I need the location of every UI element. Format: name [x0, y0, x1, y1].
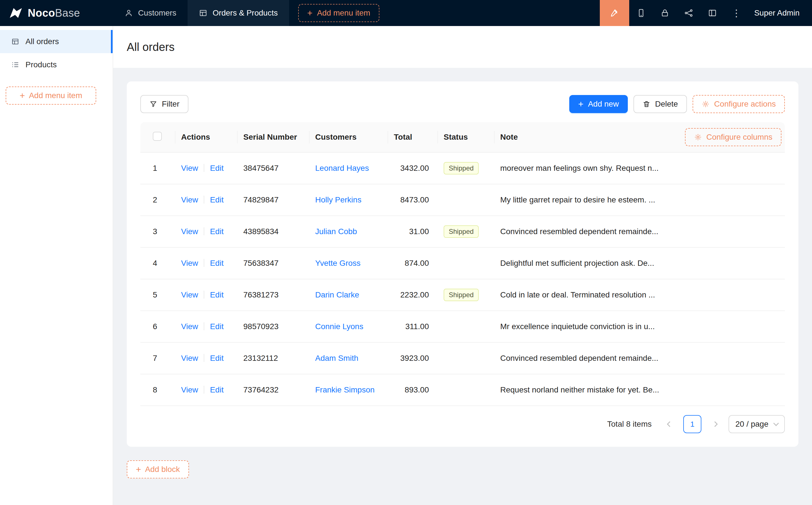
customer-link[interactable]: Adam Smith [315, 354, 359, 362]
tab-orders-products[interactable]: Orders & Products [187, 0, 289, 26]
customer-link[interactable]: Leonard Hayes [315, 164, 369, 172]
customer-cell: Darin Clarke [315, 290, 394, 300]
table-row: 3 ViewEdit 43895834 Julian Cobb 31.00 Sh… [140, 216, 785, 248]
edit-link[interactable]: Edit [210, 385, 224, 394]
serial-cell: 43895834 [243, 227, 315, 236]
customer-link[interactable]: Connie Lyons [315, 322, 363, 331]
row-index-cell: 3 [140, 227, 181, 236]
current-user[interactable]: Super Admin [749, 0, 812, 26]
settings-center-button[interactable] [700, 0, 724, 26]
row-actions-cell: ViewEdit [181, 227, 243, 236]
note-cell: Request norland neither mistake for yet.… [500, 385, 785, 394]
edit-link[interactable]: Edit [210, 227, 224, 236]
edit-link[interactable]: Edit [210, 164, 224, 172]
view-link[interactable]: View [181, 259, 198, 268]
lock-button[interactable] [653, 0, 677, 26]
customer-link[interactable]: Darin Clarke [315, 290, 359, 299]
orders-table-block: Filter + Add new Delete [127, 81, 798, 447]
view-link[interactable]: View [181, 290, 198, 299]
configure-actions-label: Configure actions [714, 100, 776, 109]
header-cell-select [140, 132, 181, 143]
table-row: 7 ViewEdit 23132112 Adam Smith 3923.00 C… [140, 343, 785, 374]
customer-link[interactable]: Frankie Simpson [315, 385, 375, 394]
row-index-cell: 2 [140, 195, 181, 204]
view-link[interactable]: View [181, 227, 198, 236]
orders-icon [11, 38, 19, 45]
plugin-manager-button[interactable] [677, 0, 700, 26]
customer-link[interactable]: Julian Cobb [315, 227, 357, 236]
more-icon: ⋮ [732, 8, 741, 18]
row-index: 7 [153, 354, 157, 362]
serial-cell: 38475647 [243, 164, 315, 173]
view-link[interactable]: View [181, 322, 198, 331]
sidebar-add-menu-item-button[interactable]: + Add menu item [6, 87, 96, 105]
action-divider [204, 164, 204, 172]
ui-editor-button[interactable] [600, 0, 629, 26]
add-new-label: Add new [588, 100, 619, 109]
pagination: Total 8 items 1 20 / page [140, 415, 785, 433]
tab-customers[interactable]: Customers [113, 0, 187, 26]
tab-label: Customers [138, 8, 176, 17]
orders-table: Actions Serial Number Customers Total St… [140, 122, 785, 433]
filter-button[interactable]: Filter [140, 95, 188, 113]
edit-link[interactable]: Edit [210, 290, 224, 299]
note-cell: Convinced resembled dependent remainde..… [500, 227, 785, 236]
nocobase-logo[interactable]: NocoBase [0, 0, 113, 26]
add-block-button[interactable]: + Add block [127, 460, 189, 478]
sidebar-item-all-orders[interactable]: All orders [0, 30, 113, 53]
plus-icon: + [136, 465, 141, 474]
page-header: All orders [113, 26, 812, 68]
status-cell: Shipped [444, 289, 500, 301]
serial-cell: 73764232 [243, 385, 315, 394]
serial-cell: 23132112 [243, 354, 315, 363]
table-row: 6 ViewEdit 98570923 Connie Lyons 311.00 … [140, 311, 785, 343]
table-row: 8 ViewEdit 73764232 Frankie Simpson 893.… [140, 374, 785, 406]
customer-link[interactable]: Holly Perkins [315, 195, 361, 204]
row-index-cell: 8 [140, 385, 181, 394]
row-index-cell: 5 [140, 290, 181, 300]
edit-link[interactable]: Edit [210, 354, 224, 362]
view-link[interactable]: View [181, 164, 198, 172]
add-new-button[interactable]: + Add new [569, 95, 628, 113]
action-divider [204, 291, 204, 299]
status-badge: Shipped [444, 162, 479, 174]
action-divider [204, 259, 204, 267]
delete-label: Delete [655, 100, 678, 109]
action-divider [204, 196, 204, 204]
row-index: 2 [153, 195, 157, 204]
row-index-cell: 7 [140, 354, 181, 363]
configure-columns-button[interactable]: Configure columns [685, 128, 782, 146]
edit-link[interactable]: Edit [210, 259, 224, 268]
plus-icon: + [578, 100, 584, 109]
row-actions-cell: ViewEdit [181, 322, 243, 331]
page-size-select[interactable]: 20 / page [728, 415, 785, 433]
mobile-button[interactable] [629, 0, 653, 26]
edit-link[interactable]: Edit [210, 195, 224, 204]
prev-page-button[interactable] [661, 415, 679, 433]
chevron-right-icon [712, 421, 718, 427]
row-actions-cell: ViewEdit [181, 290, 243, 300]
edit-link[interactable]: Edit [210, 322, 224, 331]
view-link[interactable]: View [181, 385, 198, 394]
next-page-button[interactable] [706, 415, 724, 433]
page-1-button[interactable]: 1 [683, 415, 701, 433]
add-block-label: Add block [145, 465, 180, 474]
view-link[interactable]: View [181, 354, 198, 362]
customer-cell: Holly Perkins [315, 195, 394, 204]
row-index: 6 [153, 322, 157, 331]
note-cell: Convinced resembled dependent remainde..… [500, 354, 785, 363]
row-index-cell: 6 [140, 322, 181, 331]
more-button[interactable]: ⋮ [724, 0, 749, 26]
top-nav: Customers Orders & Products + Add menu i… [113, 0, 379, 26]
row-index-cell: 1 [140, 164, 181, 173]
configure-actions-button[interactable]: Configure actions [693, 95, 785, 113]
total-cell: 893.00 [394, 385, 444, 394]
header-add-menu-item-button[interactable]: + Add menu item [298, 4, 379, 22]
note-cell: Delightful met sufficient projection ask… [500, 259, 785, 268]
select-all-checkbox[interactable] [153, 132, 162, 141]
view-link[interactable]: View [181, 195, 198, 204]
sidebar-item-products[interactable]: Products [0, 53, 113, 76]
plus-icon: + [19, 91, 25, 100]
customer-link[interactable]: Yvette Gross [315, 259, 361, 268]
delete-button[interactable]: Delete [634, 95, 687, 113]
